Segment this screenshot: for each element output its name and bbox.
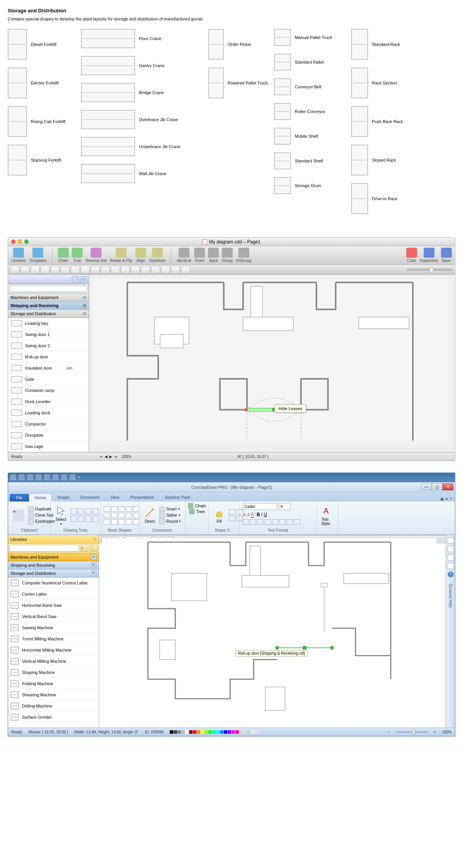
color-swatch[interactable]: [216, 730, 220, 734]
color-swatch[interactable]: [255, 730, 258, 734]
stencil-item[interactable]: Shaping Machine: [8, 667, 99, 678]
draw-tool-icon[interactable]: [78, 516, 84, 522]
draw-tool-icon[interactable]: [71, 508, 77, 515]
shape-icon[interactable]: [126, 506, 132, 512]
align-icon[interactable]: [294, 519, 300, 525]
stencil-item[interactable]: Turret Milling Machine: [8, 633, 99, 645]
ungroup-button[interactable]: UnGroup: [236, 248, 252, 263]
rotate-&-flip-button[interactable]: Rotate & Flip: [110, 248, 132, 263]
identical-button[interactable]: Identical: [177, 248, 191, 263]
chain-button[interactable]: Chain: [58, 248, 69, 263]
color-swatch[interactable]: [259, 730, 262, 734]
search-input[interactable]: [9, 285, 88, 292]
stencil-item[interactable]: Loading bay: [8, 318, 89, 329]
toolbar-button[interactable]: [10, 266, 20, 274]
stencil-item[interactable]: Loading dock: [8, 407, 89, 419]
minimize-ribbon-icon[interactable]: ▾: [446, 496, 448, 502]
text-style-button[interactable]: A Text Style: [320, 504, 335, 527]
color-swatch[interactable]: [204, 730, 208, 734]
nav-last-icon[interactable]: ⇥: [114, 454, 117, 459]
draw-tool-icon[interactable]: [78, 508, 84, 515]
underline-icon[interactable]: U: [264, 512, 267, 517]
panel-icon[interactable]: [448, 546, 454, 552]
direct-button[interactable]: Direct: [142, 506, 157, 524]
pin-icon[interactable]: ⊙: [93, 537, 96, 542]
search-input[interactable]: [9, 545, 79, 552]
smart-connector-button[interactable]: Smart▾: [159, 507, 181, 512]
tab-presentation[interactable]: Presentation: [125, 493, 160, 502]
toolbar-button[interactable]: [131, 266, 140, 274]
toolbar-button[interactable]: [30, 266, 40, 274]
stencil-item[interactable]: Insulated doorion: [8, 363, 89, 374]
draw-tool-icon[interactable]: [93, 516, 99, 522]
color-swatch[interactable]: [181, 730, 185, 734]
file-button[interactable]: File: [10, 494, 29, 502]
cut-button[interactable]: ✂: [11, 509, 26, 522]
stencil-item[interactable]: Horizontal Band Saw: [8, 600, 99, 611]
shape-icon[interactable]: [118, 519, 125, 525]
spline-connector-button[interactable]: Spline▾: [159, 513, 181, 518]
color-swatch[interactable]: [177, 730, 181, 734]
tab-view[interactable]: View: [105, 493, 125, 502]
toolbar-button[interactable]: [161, 266, 170, 274]
distribute-button[interactable]: Distribute: [149, 248, 166, 263]
dynamic-help-label[interactable]: Dynamic Help: [448, 584, 453, 608]
draw-tool-icon[interactable]: [85, 516, 91, 522]
shape-icon[interactable]: [111, 513, 117, 518]
color-swatch[interactable]: [208, 730, 212, 734]
toolbar-button[interactable]: [181, 266, 190, 274]
color-palette[interactable]: [170, 730, 262, 734]
stencil-item[interactable]: Swing door 1: [8, 329, 89, 340]
stencil-item[interactable]: Dock Leveller: [8, 396, 89, 407]
library-header[interactable]: Machines and Equipment⊗: [8, 294, 89, 302]
search-button[interactable]: ⌕: [81, 545, 88, 552]
tree-button[interactable]: Tree: [189, 509, 204, 514]
align-icon[interactable]: [279, 519, 286, 525]
toolbar-button[interactable]: [111, 266, 120, 274]
stencil-item[interactable]: Gate: [8, 374, 89, 385]
minimize-icon[interactable]: —: [421, 483, 432, 490]
reverse-link-button[interactable]: Reverse link: [86, 248, 107, 263]
color-swatch[interactable]: [235, 730, 239, 734]
stencil-item[interactable]: Sawing Machine: [8, 622, 99, 633]
toolbar-button[interactable]: [51, 266, 60, 274]
stencil-item[interactable]: Vertical Milling Machine: [8, 656, 99, 667]
close-icon[interactable]: ⊗: [83, 303, 86, 308]
shape-icon[interactable]: [104, 513, 110, 518]
chain-button[interactable]: Chain: [188, 503, 206, 508]
italic-icon[interactable]: I: [261, 512, 262, 517]
save-icon[interactable]: [19, 474, 25, 480]
draw-tool-icon[interactable]: [71, 516, 77, 522]
shape-icon[interactable]: [111, 506, 117, 512]
color-swatch[interactable]: [243, 730, 247, 734]
font-name-input[interactable]: [243, 503, 277, 510]
shape-icon[interactable]: [118, 513, 125, 518]
color-swatch[interactable]: [174, 730, 177, 734]
close-icon[interactable]: ✕: [91, 571, 96, 576]
list-view-icon[interactable]: [72, 276, 79, 282]
maximize-icon[interactable]: ◻: [432, 483, 443, 490]
library-header[interactable]: Shipping and Receiving⊗: [8, 302, 89, 310]
toolbar-button[interactable]: [171, 266, 180, 274]
toolbar-button[interactable]: [121, 266, 130, 274]
stencil-item[interactable]: Container ramp: [8, 385, 89, 396]
align-icon[interactable]: [265, 519, 271, 525]
color-swatch[interactable]: [189, 730, 193, 734]
bold-icon[interactable]: B: [257, 512, 260, 517]
zoom-out-icon[interactable]: −: [388, 730, 390, 734]
qat-dropdown-icon[interactable]: ▾: [78, 475, 80, 479]
toolbar-button[interactable]: [151, 266, 160, 274]
draw-tool-icon[interactable]: [85, 508, 91, 515]
libraries-button[interactable]: Libraries: [11, 248, 26, 263]
toolbar-button[interactable]: [41, 266, 50, 274]
app-icon[interactable]: [10, 474, 16, 480]
library-section-header[interactable]: Storage and Distribution✕: [8, 569, 99, 578]
color-swatch[interactable]: [228, 730, 231, 734]
color-swatch[interactable]: [201, 730, 204, 734]
templates-button[interactable]: Templates: [29, 248, 47, 263]
qat-icon[interactable]: [44, 474, 50, 480]
toolbar-button[interactable]: [141, 266, 150, 274]
fill-button[interactable]: Fill: [212, 506, 226, 524]
shape-icon[interactable]: [133, 513, 139, 518]
stencil-item[interactable]: Folding Machine: [8, 678, 99, 689]
